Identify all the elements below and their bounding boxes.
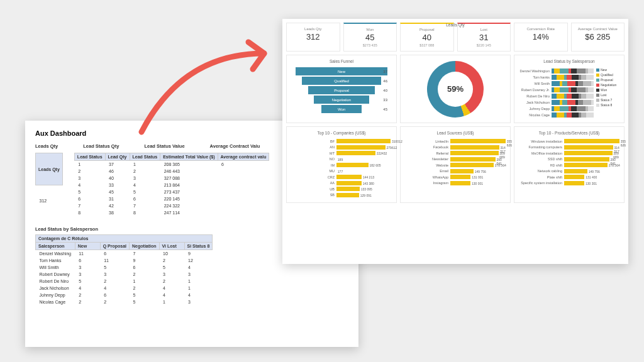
hbar (564, 181, 584, 185)
td: 5 (130, 189, 160, 195)
stacked-row: Johnny Depp (518, 106, 594, 111)
stacked-card: Lead Status by Salesperson Denzel Washin… (514, 55, 625, 123)
kpi-sub: $220 145 (460, 43, 508, 47)
hbar-value: 177 (338, 170, 343, 173)
td: 12 (184, 257, 213, 264)
td: 6 (100, 250, 129, 258)
seg (586, 112, 594, 118)
hbar-row: AA 143 380 (291, 181, 392, 185)
legend-item: Negotiation (596, 82, 620, 87)
td: 6 (75, 257, 100, 264)
hbar-row: NO 189 (291, 157, 392, 162)
th[interactable]: Negotiation (130, 243, 160, 250)
seg (578, 100, 583, 105)
hdr-leads-qty: Leads Qty (35, 143, 58, 149)
hbar-row: Instagram 130 001 (404, 181, 506, 185)
card-title: Lead Sources (US$) (404, 131, 506, 135)
td: 5 (100, 264, 129, 271)
hbar (564, 139, 619, 143)
td: 208 365 (160, 161, 218, 168)
hdr-status-value: Lead Status Value (144, 143, 184, 149)
td: 213 864 (160, 182, 218, 189)
th[interactable]: Estimated Total Value ($) (160, 153, 218, 161)
hbar-row: Plate shift 131 400 (518, 175, 620, 179)
hbar (336, 163, 369, 167)
seg (581, 112, 586, 118)
hbar (450, 145, 499, 150)
person-label: Nicolas Cage (518, 113, 550, 117)
td: Denzel Washing (36, 250, 75, 258)
td: 4 (159, 285, 184, 292)
seg (552, 94, 557, 99)
seg (567, 112, 572, 118)
stacked-row: Denzel Washington (518, 69, 594, 74)
td (218, 209, 269, 216)
td: 6 (100, 292, 129, 299)
seg (591, 100, 594, 105)
seg (554, 106, 560, 111)
hbar-value: 143 380 (363, 182, 374, 185)
th[interactable]: Si Status 8 (184, 243, 213, 250)
hbar-label: Plate shift (518, 175, 562, 179)
seg (572, 112, 579, 118)
funnel-bar: New 37 (291, 67, 392, 75)
hbar-value: 278 564 (609, 163, 620, 167)
leads-qty-table: Leads Qty 312 (35, 153, 63, 216)
person-label: Robert De Niro (518, 94, 550, 98)
td: 4 (100, 285, 129, 292)
th[interactable]: Vi Lost (159, 243, 184, 250)
card-title: Top 10 - Companies (US$) (291, 131, 392, 135)
th[interactable]: New (75, 243, 100, 250)
stacked-row: Nicolas Cage (518, 112, 594, 118)
td: Tom Hanks (36, 257, 75, 264)
funnel-value: 45 (383, 107, 387, 111)
seg (552, 112, 557, 118)
th[interactable]: Salesperson (36, 243, 75, 250)
td: 6 (130, 195, 160, 202)
seg (581, 75, 586, 80)
td: 9 (184, 250, 213, 258)
th[interactable]: Lead Status (130, 153, 160, 161)
th[interactable]: Lead Status (74, 153, 105, 161)
td: 2 (130, 271, 160, 278)
th[interactable]: Average contract valu (218, 153, 269, 161)
th[interactable]: Contagem de C Rótulos (36, 235, 213, 243)
th[interactable]: Q Proposal (100, 243, 129, 250)
person-label: Robert Downey Jr. (518, 88, 550, 92)
hbar (450, 175, 470, 179)
hbar-row: LinkedIn 355 626 (404, 139, 506, 143)
hbar (564, 163, 608, 167)
seg (571, 87, 577, 92)
stacked-row: Tom hanks (518, 75, 594, 80)
legend-item: Status 7 (596, 97, 620, 102)
td: Robert De Niro (36, 278, 75, 285)
td: 11 (100, 257, 129, 264)
td: Will Smith (36, 264, 75, 271)
hbar (336, 181, 362, 185)
td: 42 (105, 202, 130, 209)
funnel-seg: Proposal (308, 86, 375, 94)
td: 5 (130, 299, 160, 305)
td: 3 (184, 299, 213, 305)
td: 7 (130, 250, 160, 258)
funnel-seg: New (296, 67, 387, 75)
seg (560, 106, 568, 111)
td: 4 (74, 182, 105, 189)
td: 2 (74, 168, 105, 175)
th[interactable]: Lead Qty (105, 153, 130, 161)
td: 3 (100, 271, 129, 278)
hbar-value: 222432 (377, 151, 387, 155)
legend-item: Lost (596, 92, 620, 97)
kpi-title: Conversion Rate (517, 27, 565, 31)
td: 8 (130, 209, 160, 216)
seg (581, 94, 586, 99)
td: Robert Downey (36, 271, 75, 278)
hbar-value: 133 095 (361, 187, 372, 191)
th[interactable]: Leads Qty (36, 153, 63, 185)
hbar (450, 151, 499, 155)
td: 1 (184, 285, 213, 292)
seg (552, 81, 560, 86)
legend-item: New (596, 67, 620, 72)
td: 4 (159, 292, 184, 299)
swatch (596, 89, 599, 92)
